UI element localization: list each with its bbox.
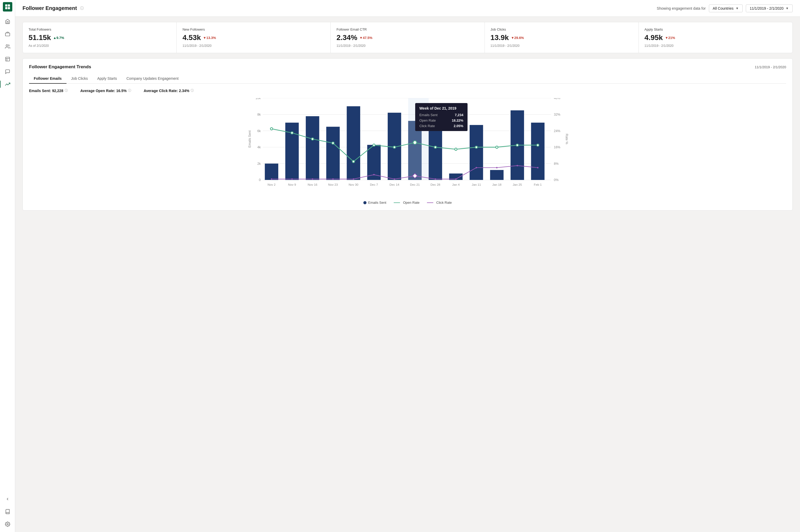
metric-cards: Total Followers 51.15k ▲9.7% As of 2/1/2… — [22, 22, 793, 53]
trend-section: Follower Engagement Trends 11/1/2019 - 2… — [22, 58, 793, 211]
help-icon[interactable]: ⓘ — [80, 6, 84, 11]
svg-point-32 — [311, 138, 314, 140]
metric-date: 11/1/2019 - 2/1/2020 — [644, 44, 787, 48]
metric-change: ▼13.3% — [203, 36, 216, 40]
sidebar-item-home[interactable] — [2, 16, 13, 27]
bar-feb1[interactable] — [531, 123, 545, 180]
svg-text:Nov 9: Nov 9 — [288, 183, 296, 186]
metric-date: 11/1/2019 - 2/1/2020 — [337, 44, 478, 48]
sidebar-item-building[interactable] — [2, 53, 13, 65]
sidebar — [0, 0, 15, 532]
metric-card-total-followers: Total Followers 51.15k ▲9.7% As of 2/1/2… — [23, 22, 177, 53]
trend-header: Follower Engagement Trends 11/1/2019 - 2… — [29, 64, 786, 70]
metric-label: Job Clicks — [491, 27, 633, 32]
sidebar-item-chat[interactable] — [2, 66, 13, 77]
svg-point-40 — [475, 146, 477, 148]
svg-text:8k: 8k — [257, 113, 261, 116]
bar-nov30[interactable] — [347, 106, 360, 180]
metric-value: 4.95k ▼21% — [644, 34, 787, 42]
sidebar-item-back[interactable] — [2, 493, 13, 505]
svg-text:24%: 24% — [554, 129, 561, 133]
svg-point-7 — [7, 524, 8, 525]
country-dropdown[interactable]: All Countries ▼ — [709, 4, 743, 12]
page-title: Follower Engagement — [22, 5, 77, 11]
main-content: Follower Engagement ⓘ Showing engagement… — [15, 0, 800, 532]
svg-text:Nov 23: Nov 23 — [328, 183, 338, 186]
bar-jan18[interactable] — [490, 170, 504, 180]
svg-text:Dec 28: Dec 28 — [431, 183, 440, 186]
metric-value: 13.9k ▼29.6% — [491, 34, 633, 42]
logo[interactable] — [3, 2, 12, 12]
stat-open-rate: Average Open Rate: 16.5% ⓘ — [80, 89, 131, 93]
svg-text:Dec 7: Dec 7 — [370, 183, 378, 186]
svg-text:Rate %: Rate % — [565, 134, 568, 144]
svg-text:6k: 6k — [257, 129, 261, 133]
svg-point-45 — [291, 178, 293, 180]
tab-apply-starts[interactable]: Apply Starts — [92, 74, 122, 84]
open-rate-help-icon[interactable]: ⓘ — [128, 89, 131, 93]
svg-rect-4 — [5, 33, 10, 36]
date-dropdown[interactable]: 11/1/2019 - 2/1/2020 ▼ — [746, 4, 793, 12]
svg-text:Jan 18: Jan 18 — [492, 183, 502, 186]
svg-rect-0 — [5, 4, 7, 6]
tab-job-clicks[interactable]: Job Clicks — [67, 74, 93, 84]
sidebar-item-book[interactable] — [2, 506, 13, 517]
tab-company-updates[interactable]: Company Updates Engagement — [122, 74, 183, 84]
svg-text:0: 0 — [259, 178, 261, 182]
sidebar-item-settings[interactable] — [2, 518, 13, 530]
sidebar-item-analytics[interactable] — [2, 78, 13, 90]
legend-emails-label: Emails Sent — [368, 201, 386, 205]
metric-value: 2.34% ▼47.5% — [337, 34, 478, 42]
svg-point-53 — [476, 167, 477, 168]
sidebar-item-people[interactable] — [2, 41, 13, 52]
bar-nov16[interactable] — [306, 116, 319, 180]
svg-point-42 — [516, 144, 519, 146]
page-header: Follower Engagement ⓘ Showing engagement… — [15, 0, 800, 17]
svg-text:16%: 16% — [554, 146, 561, 149]
metric-card-apply-starts: Apply Starts 4.95k ▼21% 11/1/2019 - 2/1/… — [639, 22, 793, 53]
legend-open-rate: Open Rate — [394, 201, 420, 205]
svg-point-47 — [332, 178, 334, 180]
click-rate-help-icon[interactable]: ⓘ — [190, 89, 194, 93]
legend-open-rate-line — [394, 203, 400, 203]
legend-emails-dot — [363, 201, 366, 204]
svg-rect-29 — [408, 98, 429, 180]
svg-point-48 — [352, 178, 354, 180]
svg-text:2k: 2k — [257, 162, 261, 166]
stat-emails-sent: Emails Sent: 92,228 ⓘ — [29, 89, 68, 93]
svg-point-41 — [495, 146, 498, 148]
metric-card-email-ctr: Follower Email CTR 2.34% ▼47.5% 11/1/201… — [331, 22, 485, 53]
stat-click-rate: Average Click Rate: 2.34% ⓘ — [144, 89, 194, 93]
svg-point-51 — [435, 178, 436, 180]
trend-title: Follower Engagement Trends — [29, 64, 91, 70]
content-area: Total Followers 51.15k ▲9.7% As of 2/1/2… — [15, 17, 800, 532]
svg-text:8%: 8% — [554, 162, 559, 166]
svg-rect-1 — [7, 4, 10, 6]
bar-nov23[interactable] — [326, 127, 340, 180]
metric-change: ▼47.5% — [360, 36, 372, 40]
legend-emails-sent: Emails Sent — [363, 201, 386, 205]
chart-svg: 10k 8k 6k 4k 2k 0 Emails Sent 40% 32% 24… — [29, 98, 786, 197]
legend-open-rate-label: Open Rate — [403, 201, 420, 205]
metric-label: Total Followers — [29, 27, 171, 32]
metric-date: 11/1/2019 - 2/1/2020 — [491, 44, 633, 48]
svg-point-36 — [393, 146, 396, 148]
svg-point-33 — [332, 142, 334, 145]
svg-rect-2 — [5, 7, 7, 9]
tab-follower-emails[interactable]: Follower Emails — [29, 74, 67, 84]
svg-rect-3 — [7, 7, 10, 9]
metric-date: As of 2/1/2020 — [29, 44, 171, 48]
bar-dec28[interactable] — [429, 124, 442, 180]
emails-sent-help-icon[interactable]: ⓘ — [65, 89, 68, 93]
svg-text:Dec 21: Dec 21 — [410, 183, 420, 186]
metric-date: 11/1/2019 - 2/1/2020 — [182, 44, 325, 48]
metric-value: 4.53k ▼13.3% — [182, 34, 325, 42]
svg-text:Jan 4: Jan 4 — [452, 183, 460, 186]
svg-text:32%: 32% — [554, 113, 561, 116]
svg-point-34 — [352, 160, 355, 163]
sidebar-item-jobs[interactable] — [2, 28, 13, 40]
bar-nov9[interactable] — [285, 123, 299, 180]
bar-nov2[interactable] — [265, 164, 278, 180]
trend-tabs: Follower Emails Job Clicks Apply Starts … — [29, 74, 786, 84]
bar-jan11[interactable] — [470, 125, 483, 180]
